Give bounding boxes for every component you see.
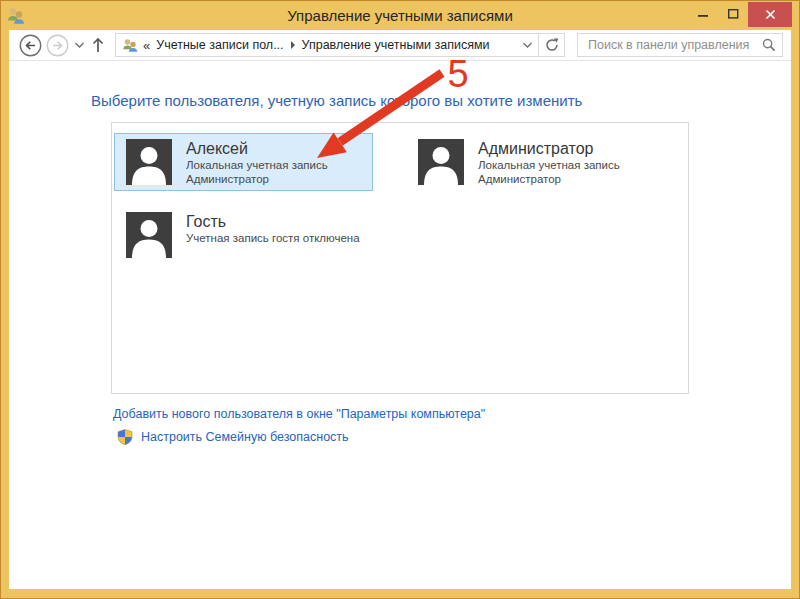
minimize-button[interactable] bbox=[688, 2, 718, 26]
back-arrow-icon[interactable] bbox=[19, 34, 42, 57]
family-safety-row: Настроить Семейную безопасность bbox=[117, 429, 349, 445]
history-chevron-down-icon[interactable] bbox=[75, 42, 84, 48]
breadcrumb-separator-icon bbox=[291, 41, 295, 49]
account-role: Администратор bbox=[186, 172, 328, 186]
family-safety-link[interactable]: Настроить Семейную безопасность bbox=[141, 430, 349, 444]
search-box bbox=[577, 33, 783, 57]
breadcrumb: « Учетные записи пол... Управление учетн… bbox=[116, 36, 516, 54]
account-detail: Локальная учетная запись bbox=[186, 158, 328, 172]
up-arrow-icon[interactable] bbox=[90, 36, 106, 54]
account-role: Администратор bbox=[478, 172, 620, 186]
window-title: Управление учетными записями bbox=[1, 7, 799, 24]
account-detail: Локальная учетная запись bbox=[478, 158, 620, 172]
breadcrumb-collapsed-marker[interactable]: « bbox=[143, 38, 150, 53]
page-title: Выберите пользователя, учетную запись ко… bbox=[91, 92, 582, 109]
control-panel-window: Управление учетными записями bbox=[0, 0, 800, 599]
account-tile-aleksey[interactable]: Алексей Локальная учетная запись Админис… bbox=[114, 133, 373, 191]
user-avatar-icon bbox=[126, 212, 172, 258]
account-detail: Учетная запись гостя отключена bbox=[186, 231, 360, 245]
forward-arrow-icon[interactable] bbox=[46, 34, 69, 57]
account-name: Гость bbox=[186, 212, 360, 231]
account-list: Алексей Локальная учетная запись Админис… bbox=[111, 122, 689, 394]
user-accounts-icon bbox=[122, 38, 139, 53]
address-bar[interactable]: « Учетные записи пол... Управление учетн… bbox=[115, 33, 565, 57]
titlebar: Управление учетными записями bbox=[1, 1, 799, 30]
add-user-link[interactable]: Добавить нового пользователя в окне "Пар… bbox=[113, 407, 485, 421]
navigation-bar: « Учетные записи пол... Управление учетн… bbox=[9, 30, 791, 61]
breadcrumb-item-manage-accounts[interactable]: Управление учетными записями bbox=[298, 36, 494, 54]
app-area: « Учетные записи пол... Управление учетн… bbox=[9, 30, 791, 589]
search-input[interactable] bbox=[586, 37, 762, 53]
breadcrumb-item-user-accounts[interactable]: Учетные записи пол... bbox=[152, 36, 287, 54]
refresh-icon[interactable] bbox=[538, 34, 564, 56]
address-chevron-down-icon[interactable] bbox=[516, 34, 538, 56]
page-content: Выберите пользователя, учетную запись ко… bbox=[9, 61, 791, 589]
account-tile-guest[interactable]: Гость Учетная запись гостя отключена bbox=[114, 206, 373, 264]
close-button[interactable] bbox=[748, 2, 792, 27]
user-avatar-icon bbox=[418, 139, 464, 185]
maximize-button[interactable] bbox=[718, 2, 748, 26]
account-name: Администратор bbox=[478, 139, 620, 158]
account-name: Алексей bbox=[186, 139, 328, 158]
account-tile-administrator[interactable]: Администратор Локальная учетная запись А… bbox=[406, 133, 665, 191]
uac-shield-icon bbox=[117, 429, 133, 445]
search-icon[interactable] bbox=[762, 38, 776, 52]
user-avatar-icon bbox=[126, 139, 172, 185]
